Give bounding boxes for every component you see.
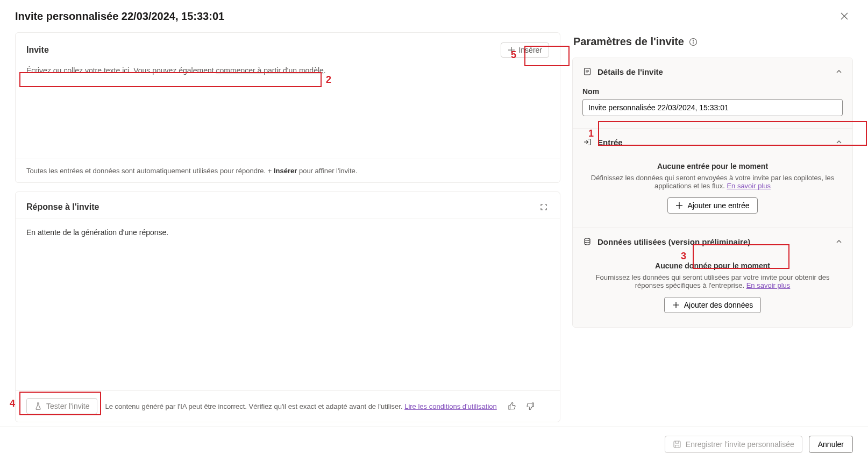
add-input-button[interactable]: Ajouter une entrée bbox=[667, 197, 757, 214]
start-from-template-link[interactable]: commencer à partir d'un modèle bbox=[216, 66, 324, 75]
response-header: Réponse à l'invite bbox=[16, 192, 560, 218]
add-data-label: Ajouter des données bbox=[684, 301, 753, 309]
input-body: Aucune entrée pour le moment Définissez … bbox=[573, 155, 852, 228]
data-body: Aucune donnée pour le moment Fournissez … bbox=[573, 255, 852, 327]
invite-header: Invite Insérer bbox=[16, 33, 560, 62]
data-empty-desc: Fournissez les données qui seront utilis… bbox=[588, 273, 837, 289]
plus-icon bbox=[672, 301, 680, 309]
settings-panel: Paramètres de l'invite Détails de l'invi… bbox=[572, 32, 853, 422]
data-icon bbox=[582, 237, 592, 246]
invite-card: Invite Insérer Écrivez ou collez votre t… bbox=[15, 32, 560, 183]
insert-button[interactable]: Insérer bbox=[501, 42, 549, 58]
add-input-label: Ajouter une entrée bbox=[687, 201, 749, 210]
data-header-label: Données utilisées (version préliminaire) bbox=[597, 237, 750, 246]
details-body: Nom bbox=[573, 85, 852, 128]
thumbs-up-icon[interactable] bbox=[508, 402, 516, 410]
info-icon[interactable] bbox=[688, 37, 698, 47]
page-header: Invite personnalisée 22/03/2024, 15:33:0… bbox=[0, 0, 868, 32]
add-data-button[interactable]: Ajouter des données bbox=[664, 297, 761, 313]
svg-point-6 bbox=[693, 40, 693, 40]
input-empty-state: Aucune entrée pour le moment Définissez … bbox=[582, 158, 843, 216]
test-prompt-label: Tester l'invite bbox=[46, 402, 89, 410]
thumbs-down-icon[interactable] bbox=[526, 402, 535, 410]
details-header-label: Détails de l'invite bbox=[597, 67, 663, 76]
data-learn-more-link[interactable]: En savoir plus bbox=[746, 281, 791, 289]
input-empty-desc-text: Définissez les données qui seront envoyé… bbox=[591, 174, 834, 190]
data-empty-state: Aucune donnée pour le moment Fournissez … bbox=[582, 257, 843, 315]
response-footer: Tester l'invite Le contenu généré par l'… bbox=[16, 390, 560, 422]
invite-hint-suffix: pour affiner l'invite. bbox=[297, 167, 357, 175]
page-title: Invite personnalisée 22/03/2024, 15:33:0… bbox=[15, 10, 224, 23]
save-button-label: Enregistrer l'invite personnalisée bbox=[686, 440, 794, 449]
invite-hint: Toutes les entrées et données sont autom… bbox=[16, 159, 560, 182]
plus-icon bbox=[675, 202, 683, 209]
invite-hint-prefix: Toutes les entrées et données sont autom… bbox=[26, 167, 274, 175]
input-learn-more-link[interactable]: En savoir plus bbox=[727, 182, 771, 190]
left-column: Invite Insérer Écrivez ou collez votre t… bbox=[15, 32, 560, 422]
settings-accordion: Détails de l'invite Nom bbox=[572, 58, 853, 328]
data-header[interactable]: Données utilisées (version préliminaire) bbox=[573, 228, 852, 255]
name-input[interactable] bbox=[582, 99, 843, 116]
response-card: Réponse à l'invite En attente de la géné… bbox=[15, 192, 560, 422]
main-content: Invite Insérer Écrivez ou collez votre t… bbox=[0, 32, 868, 422]
test-prompt-button[interactable]: Tester l'invite bbox=[26, 398, 97, 414]
input-header[interactable]: Entrée bbox=[573, 129, 852, 155]
settings-header: Paramètres de l'invite bbox=[572, 32, 853, 58]
ai-disclaimer-text: Le contenu généré par l'IA peut être inc… bbox=[105, 402, 404, 410]
insert-button-label: Insérer bbox=[518, 46, 542, 54]
data-empty-title: Aucune donnée pour le moment bbox=[588, 261, 837, 270]
input-empty-title: Aucune entrée pour le moment bbox=[588, 162, 837, 171]
response-body: En attente de la génération d'une répons… bbox=[16, 218, 560, 390]
expand-icon[interactable] bbox=[538, 202, 549, 212]
input-icon bbox=[582, 137, 592, 147]
response-title: Réponse à l'invite bbox=[26, 202, 99, 212]
feedback-icons bbox=[508, 402, 535, 410]
close-button[interactable] bbox=[836, 10, 853, 23]
cancel-button[interactable]: Annuler bbox=[809, 436, 853, 453]
invite-placeholder-prefix: Écrivez ou collez votre texte ici. Vous … bbox=[26, 66, 216, 75]
invite-title: Invite bbox=[26, 45, 49, 55]
chevron-up-icon bbox=[835, 68, 843, 75]
ai-disclaimer: Le contenu généré par l'IA peut être inc… bbox=[105, 402, 496, 410]
details-section: Détails de l'invite Nom bbox=[573, 58, 852, 129]
invite-placeholder-suffix: . bbox=[324, 66, 326, 75]
data-empty-desc-text: Fournissez les données qui seront utilis… bbox=[595, 273, 829, 289]
page-footer: Enregistrer l'invite personnalisée Annul… bbox=[0, 427, 868, 461]
settings-title: Paramètres de l'invite bbox=[573, 36, 684, 48]
chevron-up-icon bbox=[835, 238, 843, 245]
svg-rect-16 bbox=[674, 441, 680, 448]
plus-icon bbox=[508, 46, 515, 54]
data-section: Données utilisées (version préliminaire)… bbox=[573, 228, 852, 327]
input-empty-desc: Définissez les données qui seront envoyé… bbox=[588, 174, 837, 190]
invite-textarea[interactable]: Écrivez ou collez votre texte ici. Vous … bbox=[16, 62, 560, 159]
name-label: Nom bbox=[582, 87, 843, 99]
save-icon bbox=[673, 440, 681, 449]
chevron-up-icon bbox=[835, 138, 843, 146]
flask-icon bbox=[34, 402, 42, 410]
save-button[interactable]: Enregistrer l'invite personnalisée bbox=[665, 436, 802, 453]
terms-link[interactable]: Lire les conditions d'utilisation bbox=[404, 402, 497, 410]
input-section: Entrée Aucune entrée pour le moment Défi… bbox=[573, 129, 852, 228]
input-header-label: Entrée bbox=[597, 138, 623, 147]
invite-hint-bold: Insérer bbox=[274, 167, 297, 175]
svg-point-13 bbox=[585, 238, 590, 240]
details-icon bbox=[582, 67, 592, 76]
details-header[interactable]: Détails de l'invite bbox=[573, 58, 852, 85]
close-icon bbox=[840, 12, 849, 20]
